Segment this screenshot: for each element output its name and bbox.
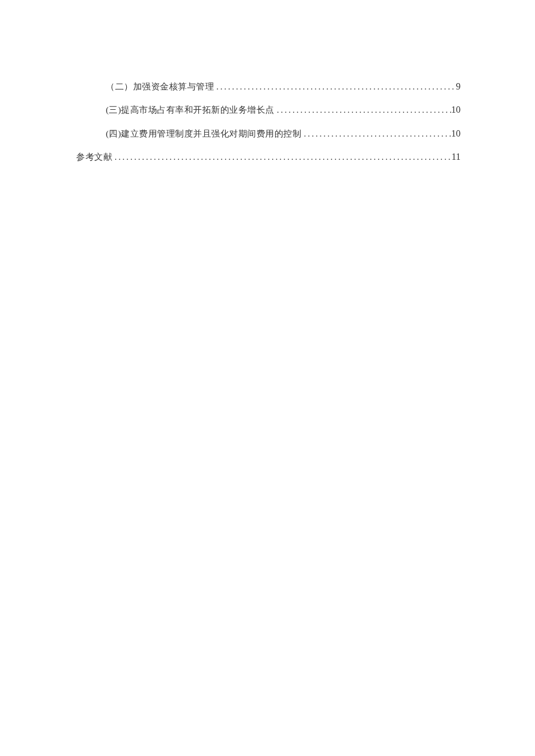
toc-entry: (三)提高市场占有率和开拓新的业务增长点 10 — [76, 103, 461, 116]
toc-entry-title: （二）加强资金核算与管理 — [106, 81, 214, 93]
toc-entry-page: 10 — [451, 127, 461, 140]
toc-entry: （二）加强资金核算与管理 9 — [76, 80, 461, 93]
toc-section: （二）加强资金核算与管理 9 (三)提高市场占有率和开拓新的业务增长点 10 (… — [0, 0, 535, 164]
toc-dots — [214, 81, 456, 93]
toc-entry: (四)建立费用管理制度并且强化对期间费用的控制 10 — [76, 127, 461, 140]
toc-entry-page: 9 — [456, 80, 461, 93]
toc-dots — [274, 104, 451, 116]
toc-entry-title: 参考文献 — [76, 151, 112, 163]
toc-entry-title: (三)提高市场占有率和开拓新的业务增长点 — [106, 104, 274, 116]
toc-dots — [302, 128, 452, 140]
toc-entry-title: (四)建立费用管理制度并且强化对期间费用的控制 — [106, 128, 302, 140]
toc-dots — [112, 151, 452, 163]
toc-entry: 参考文献 11 — [76, 151, 461, 163]
toc-entry-page: 11 — [452, 151, 461, 163]
toc-entry-page: 10 — [451, 103, 461, 116]
